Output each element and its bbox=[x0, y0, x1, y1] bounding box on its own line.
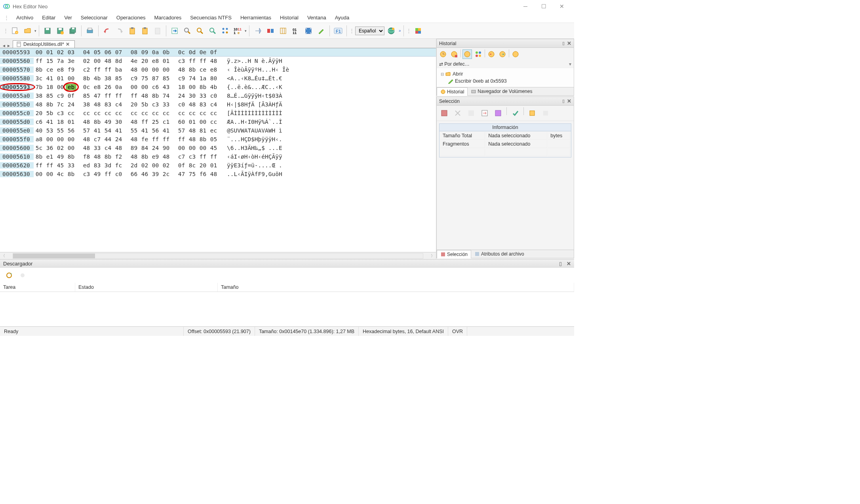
menu-ventana[interactable]: Ventana bbox=[303, 13, 330, 22]
globe-button[interactable] bbox=[385, 25, 397, 37]
hex-byte[interactable]: 24 bbox=[176, 93, 187, 99]
hist-icon-6[interactable] bbox=[498, 49, 507, 59]
hex-row[interactable]: 000055d0c6411801488b493048ff25c1600100cc… bbox=[0, 117, 436, 126]
menu-secuencias-ntfs[interactable]: Secuencias NTFS bbox=[186, 13, 236, 22]
hex-byte[interactable]: cc bbox=[81, 110, 92, 116]
help-button[interactable]: F1 bbox=[332, 25, 344, 37]
hex-byte[interactable]: 8b bbox=[92, 119, 103, 125]
hex-byte[interactable]: 85 bbox=[113, 75, 124, 81]
hex-byte[interactable]: 47 bbox=[92, 93, 103, 99]
hex-ascii[interactable]: ÆA..H‹I0Hÿ%Á`..Ì bbox=[227, 119, 282, 125]
hex-byte[interactable]: c4 bbox=[113, 101, 124, 108]
file-tab[interactable]: DesktopUtilities.dll* ✕ bbox=[13, 40, 75, 48]
hex-byte[interactable]: 24 bbox=[66, 101, 76, 108]
hex-byte[interactable]: 8b bbox=[139, 153, 150, 160]
hex-byte[interactable]: 8b bbox=[44, 101, 55, 108]
sel-icon-4[interactable] bbox=[479, 107, 491, 119]
hex-byte[interactable]: ec bbox=[208, 127, 219, 134]
hex-byte[interactable]: 90 bbox=[161, 145, 171, 151]
hex-byte[interactable]: 25 bbox=[150, 119, 161, 125]
hex-byte[interactable]: cc bbox=[103, 110, 113, 116]
volumes-tab[interactable]: Navegador de Volúmenes bbox=[468, 87, 535, 95]
hist-icon-1[interactable] bbox=[438, 49, 448, 59]
hex-byte[interactable]: c3 bbox=[81, 171, 92, 177]
hex-byte[interactable]: 75 bbox=[187, 171, 198, 177]
hex-byte[interactable]: 7a bbox=[55, 58, 66, 64]
hex-byte[interactable]: c4 bbox=[208, 101, 219, 108]
hex-row[interactable]: 000056108be1498bf8488bf2488be948c7c3ffff… bbox=[0, 152, 436, 161]
hex-byte[interactable]: 3d bbox=[103, 162, 113, 169]
hex-byte[interactable]: ff bbox=[139, 119, 150, 125]
hex-byte[interactable]: 85 bbox=[161, 75, 171, 81]
hex-byte[interactable]: 0f bbox=[66, 93, 76, 99]
hist-icon-4[interactable] bbox=[474, 49, 483, 59]
hex-byte[interactable]: 00 bbox=[176, 145, 187, 151]
hex-byte[interactable]: c0 bbox=[208, 93, 219, 99]
pin-icon[interactable]: ▯ bbox=[562, 99, 565, 104]
dl-refresh-button[interactable] bbox=[3, 269, 15, 281]
hex-byte[interactable]: 48 bbox=[81, 136, 92, 142]
hex-byte[interactable]: 85 bbox=[81, 93, 92, 99]
hex-byte[interactable]: ff bbox=[176, 136, 187, 142]
hex-byte[interactable]: 8b bbox=[34, 66, 44, 73]
hex-byte[interactable]: 8b bbox=[66, 171, 76, 177]
clipboard2-button[interactable] bbox=[139, 25, 151, 37]
hex-byte[interactable]: 33 bbox=[92, 145, 103, 151]
dl-settings-button[interactable] bbox=[17, 269, 29, 281]
menu-ayuda[interactable]: Ayuda bbox=[331, 13, 354, 22]
hex-ascii[interactable]: 8…É.…GÿÿÿH‹t$03À bbox=[227, 93, 282, 99]
hex-byte[interactable]: 45 bbox=[208, 145, 219, 151]
hex-byte[interactable]: 45 bbox=[55, 162, 66, 169]
hex-byte[interactable]: 33 bbox=[161, 101, 171, 108]
hex-byte[interactable]: 01 bbox=[208, 162, 219, 169]
history-default[interactable]: ⇄ Por defec… ▾ bbox=[437, 61, 574, 68]
hex-byte[interactable]: 02 bbox=[161, 162, 171, 169]
fullscreen-button[interactable] bbox=[303, 25, 314, 37]
hex-row[interactable]: 000055a03885c90f8547ffffff488b74243033c0… bbox=[0, 91, 436, 100]
hex-byte[interactable]: 48 bbox=[34, 101, 44, 108]
hex-ascii[interactable]: {..ë.è&...ÆC..‹K bbox=[227, 84, 282, 90]
hex-byte[interactable]: 48 bbox=[92, 101, 103, 108]
hex-ascii[interactable]: ¨...HÇD$HþÿÿÿH‹. bbox=[227, 136, 282, 142]
hex-byte[interactable]: 1a bbox=[198, 75, 208, 81]
hex-byte[interactable]: 41 bbox=[113, 127, 124, 134]
hex-ascii[interactable]: [ÃÌÌÌÌÌÌÌÌÌÌÌÌÌÌ bbox=[227, 110, 282, 116]
col-size[interactable]: Tamaño bbox=[218, 283, 574, 292]
hex-byte[interactable]: 48 bbox=[113, 145, 124, 151]
sel-icon-5[interactable] bbox=[492, 107, 504, 119]
hex-byte[interactable]: 66 bbox=[129, 171, 139, 177]
hex-byte[interactable]: 48 bbox=[161, 153, 171, 160]
hist-icon-5[interactable] bbox=[487, 49, 496, 59]
hex-byte[interactable]: a8 bbox=[34, 136, 44, 142]
hex-byte[interactable]: c3 bbox=[176, 58, 187, 64]
hex-ascii[interactable]: ..L‹ÃIÿÀfF9,GuöH bbox=[227, 171, 282, 177]
hex-byte[interactable]: c3 bbox=[150, 101, 161, 108]
hex-byte[interactable]: cc bbox=[113, 110, 124, 116]
sel-icon-1[interactable] bbox=[438, 107, 450, 119]
hex-byte[interactable]: e1 bbox=[44, 153, 55, 160]
save-button[interactable] bbox=[42, 25, 53, 37]
hex-byte[interactable]: ff bbox=[103, 171, 113, 177]
menu-seleccionar[interactable]: Seleccionar bbox=[77, 13, 112, 22]
hex-byte[interactable]: 54 bbox=[103, 127, 113, 134]
hex-byte[interactable]: 48 bbox=[176, 66, 187, 73]
hex-byte[interactable]: 00 bbox=[139, 84, 150, 90]
hex-byte[interactable]: fc bbox=[113, 162, 124, 169]
hex-byte[interactable]: c0 bbox=[176, 101, 187, 108]
hex-byte[interactable]: 38 bbox=[81, 101, 92, 108]
print-button[interactable] bbox=[84, 25, 96, 37]
hex-byte[interactable]: f6 bbox=[198, 171, 208, 177]
panel-close-button[interactable]: ✕ bbox=[567, 40, 571, 46]
hex-byte[interactable]: cc bbox=[161, 110, 171, 116]
hex-byte[interactable]: cc bbox=[208, 119, 219, 125]
menu-marcadores[interactable]: Marcadores bbox=[150, 13, 186, 22]
hex-byte[interactable]: ff bbox=[92, 66, 103, 73]
hex-byte[interactable]: 8b bbox=[34, 153, 44, 160]
hex-byte[interactable]: e8 bbox=[150, 58, 161, 64]
hex-byte[interactable]: 75 bbox=[139, 75, 150, 81]
hex-byte[interactable]: c7 bbox=[92, 136, 103, 142]
hex-byte[interactable]: 05 bbox=[208, 136, 219, 142]
hex-byte[interactable]: 47 bbox=[176, 171, 187, 177]
hex-byte[interactable]: 0a bbox=[113, 84, 124, 90]
hex-byte[interactable]: 48 bbox=[129, 66, 139, 73]
